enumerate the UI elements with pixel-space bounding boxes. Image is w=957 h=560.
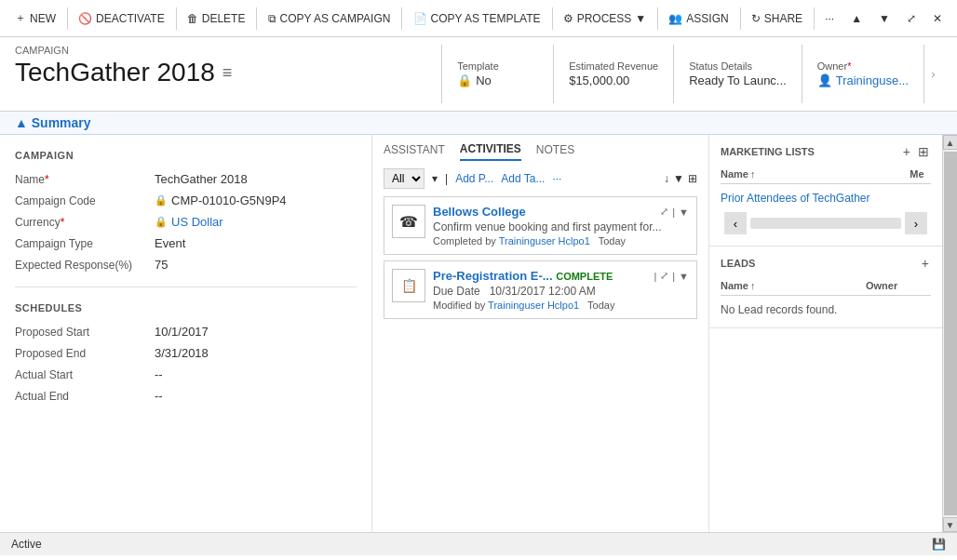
owner-value[interactable]: 👤 Traininguse... xyxy=(817,73,909,87)
leads-section: LEADS + Name ↑ Owner No Lead records fou… xyxy=(709,247,942,328)
sort-down-icon[interactable]: ↓ xyxy=(664,172,669,185)
scroll-up-arrow[interactable]: ▲ xyxy=(943,135,958,150)
summary-title: ▲ Summary xyxy=(15,115,942,130)
add-phone-button[interactable]: Add P... xyxy=(455,172,493,185)
marketing-lists-pagination: ‹ › xyxy=(721,208,931,238)
activity-pipe: | xyxy=(672,207,675,218)
name-value: TechGather 2018 xyxy=(155,172,248,186)
activity-more-dropdown-icon-2[interactable]: ▼ xyxy=(679,271,689,282)
leads-title: LEADS xyxy=(721,258,755,269)
expand-button[interactable]: ⤢ xyxy=(899,7,923,30)
owner-label: Owner* xyxy=(817,60,909,72)
marketing-lists-add-button[interactable]: + xyxy=(901,142,912,161)
response-label: Expected Response(%) xyxy=(15,259,155,272)
activity-user-link[interactable]: Traininguser Hclpo1 xyxy=(499,235,590,247)
record-title: TechGather 2018 ≡ xyxy=(15,58,441,87)
sort-icon[interactable]: ↑ xyxy=(750,168,756,180)
process-button[interactable]: ⚙ PROCESS ▼ xyxy=(556,7,654,30)
activity-tabs: ASSISTANT ACTIVITIES NOTES xyxy=(384,142,697,161)
summary-section[interactable]: ▲ Summary xyxy=(0,112,957,135)
scroll-thumb[interactable] xyxy=(944,152,957,515)
marketing-lists-actions: + ⊞ xyxy=(901,142,931,161)
share-button[interactable]: ↻ SHARE xyxy=(744,7,810,30)
marketing-lists-table-header: Name ↑ Me xyxy=(721,168,931,184)
assign-button[interactable]: 👥 ASSIGN xyxy=(661,7,735,30)
page-prev-button[interactable]: ‹ xyxy=(724,212,747,234)
activity-title-link[interactable]: Bellows College xyxy=(433,205,526,219)
currency-value[interactable]: 🔒 US Dollar xyxy=(155,215,223,229)
new-button[interactable]: ＋ NEW xyxy=(7,6,63,31)
proposed-end-label: Proposed End xyxy=(15,347,155,360)
marketing-lists-section: MARKETING LISTS + ⊞ Name ↑ Me Prior Atte… xyxy=(709,135,942,247)
marketing-lists-header: MARKETING LISTS + ⊞ xyxy=(721,142,931,161)
leads-table-header: Name ↑ Owner xyxy=(721,280,931,296)
actual-start-row: Actual Start -- xyxy=(15,367,357,381)
deactivate-button[interactable]: 🚫 DEACTIVATE xyxy=(71,7,172,30)
leads-add-button[interactable]: + xyxy=(920,254,931,273)
page-next-button[interactable]: › xyxy=(905,212,927,234)
schedules-section-title: SCHEDULES xyxy=(15,302,357,313)
close-button[interactable]: ✕ xyxy=(925,7,950,30)
template-field: Template 🔒 No xyxy=(441,45,553,103)
scroll-down-button[interactable]: ▼ xyxy=(871,7,897,30)
code-lock-icon: 🔒 xyxy=(155,194,168,207)
activity-expand-icon[interactable]: ⤢ xyxy=(660,206,668,218)
response-value: 75 xyxy=(155,258,168,272)
activity-more-button[interactable]: ··· xyxy=(552,172,561,185)
proposed-end-value: 3/31/2018 xyxy=(155,346,209,360)
activity-expand-icon-2[interactable]: ⤢ xyxy=(660,270,668,282)
record-header: CAMPAIGN TechGather 2018 ≡ Template 🔒 No… xyxy=(0,37,957,112)
type-field-row: Campaign Type Event xyxy=(15,236,357,250)
leads-owner-col: Owner xyxy=(866,280,931,291)
vertical-scrollbar[interactable]: ▲ ▼ xyxy=(942,135,957,532)
add-task-button[interactable]: Add Ta... xyxy=(501,172,545,185)
more-button[interactable]: ··· xyxy=(817,7,842,30)
header-scroll-right[interactable]: › xyxy=(923,45,942,103)
grid-view-icon[interactable]: ⊞ xyxy=(688,172,697,185)
tab-assistant[interactable]: ASSISTANT xyxy=(384,143,445,160)
actual-end-row: Actual End -- xyxy=(15,389,357,403)
tab-activities[interactable]: ACTIVITIES xyxy=(460,142,521,161)
title-menu-icon[interactable]: ≡ xyxy=(222,63,233,83)
actual-start-label: Actual Start xyxy=(15,368,155,381)
copy-template-button[interactable]: 📄 COPY AS TEMPLATE xyxy=(406,7,548,30)
activity-more-dropdown-icon[interactable]: ▼ xyxy=(679,207,689,218)
copy-campaign-button[interactable]: ⧉ COPY AS CAMPAIGN xyxy=(261,7,398,30)
scroll-up-button[interactable]: ▲ xyxy=(843,7,869,30)
actual-end-value: -- xyxy=(155,389,163,403)
activity-meta-2: Modified by Traininguser Hclpo1 Today xyxy=(433,300,689,311)
right-panel: MARKETING LISTS + ⊞ Name ↑ Me Prior Atte… xyxy=(709,135,942,532)
complete-badge: COMPLETE xyxy=(556,271,613,282)
proposed-start-row: Proposed Start 10/1/2017 xyxy=(15,325,357,339)
process-icon: ⚙ xyxy=(563,12,573,25)
marketing-lists-title: MARKETING LISTS xyxy=(721,146,815,157)
tab-notes[interactable]: NOTES xyxy=(536,143,574,160)
filter-icon[interactable]: ▼ xyxy=(673,172,684,185)
activity-toolbar: All ▾ | Add P... Add Ta... ··· ↓ ▼ ⊞ xyxy=(384,168,697,189)
type-label: Campaign Type xyxy=(15,237,155,250)
response-field-row: Expected Response(%) 75 xyxy=(15,258,357,272)
marketing-lists-name-col: Name ↑ xyxy=(721,168,903,180)
new-icon: ＋ xyxy=(15,10,26,26)
scroll-down-arrow[interactable]: ▼ xyxy=(943,517,958,532)
header-title-area: CAMPAIGN TechGather 2018 ≡ xyxy=(15,45,441,103)
status-text: Active xyxy=(11,538,42,551)
marketing-lists-grid-button[interactable]: ⊞ xyxy=(916,142,931,161)
owner-avatar-icon: 👤 xyxy=(817,73,832,87)
marketing-list-name-link[interactable]: Prior Attendees of TechGather xyxy=(721,192,931,205)
activity-user-link-2[interactable]: Traininguser Hclpo1 xyxy=(488,300,579,311)
activity-title-link-2[interactable]: Pre-Registration E-... COMPLETE xyxy=(433,269,613,283)
page-scrollbar[interactable] xyxy=(750,218,901,229)
status-bar: Active 💾 xyxy=(0,532,957,555)
left-panel: CAMPAIGN Name* TechGather 2018 Campaign … xyxy=(0,135,372,532)
save-icon[interactable]: 💾 xyxy=(932,538,946,551)
activity-filter-select[interactable]: All xyxy=(384,168,425,189)
activity-description: Confirm venue booking and first payment … xyxy=(433,220,689,233)
revenue-value: $15,000.00 xyxy=(569,73,658,87)
toolbar-right-actions: ▲ ▼ ⤢ ✕ xyxy=(843,7,950,30)
delete-icon: 🗑 xyxy=(187,12,198,25)
activity-actions: ⤢ | ▼ xyxy=(660,206,689,218)
leads-sort-icon[interactable]: ↑ xyxy=(750,280,756,291)
status-value: Ready To Launc... xyxy=(689,73,787,87)
delete-button[interactable]: 🗑 DELETE xyxy=(180,7,253,30)
